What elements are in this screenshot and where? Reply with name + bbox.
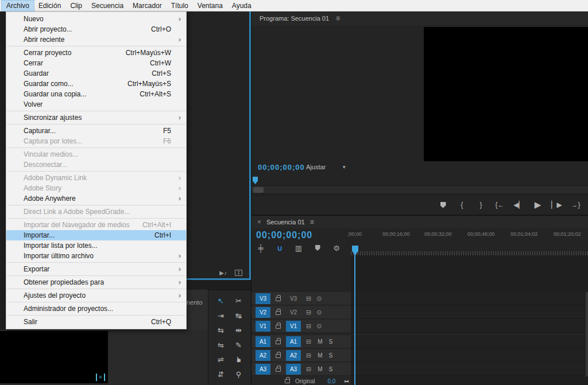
trim-tool-icon[interactable]: ⇵ — [212, 368, 230, 380]
step-forward-icon[interactable]: ▏▶ — [547, 198, 566, 212]
program-zoom-scrollbar[interactable] — [252, 185, 588, 194]
lock-icon[interactable] — [276, 354, 281, 358]
razor-tool-icon[interactable]: ✂ — [230, 295, 247, 307]
solo-button[interactable]: S — [329, 339, 333, 345]
sync-lock-icon[interactable]: ⊟ — [306, 295, 311, 302]
menu-item[interactable]: Adobe Story› — [6, 183, 186, 193]
target-track-badge[interactable]: V3 — [286, 293, 301, 304]
target-track-badge[interactable]: A1 — [286, 336, 301, 347]
timeline-track-lane[interactable] — [351, 349, 588, 362]
mark-out-icon[interactable]: } — [471, 198, 490, 212]
menu-item[interactable]: CerrarCtrl+W — [6, 58, 186, 68]
master-track-value[interactable]: 0,0 — [327, 378, 335, 384]
timeline-track-lane[interactable] — [351, 320, 588, 333]
timeline-timecode[interactable]: 00;00;00;00 — [256, 230, 312, 240]
rolling-edit-tool-icon[interactable]: ⇆ — [212, 324, 230, 336]
menu-item[interactable]: Obtener propiedades para› — [6, 277, 186, 287]
scrollbar-handle[interactable] — [253, 187, 264, 193]
sync-lock-icon[interactable]: ⊟ — [306, 322, 311, 330]
lock-icon[interactable] — [276, 325, 281, 329]
lock-icon[interactable] — [276, 297, 281, 301]
menu-item[interactable]: Capturar...F5 — [6, 126, 186, 136]
sync-lock-icon[interactable]: ⊟ — [306, 365, 311, 373]
mute-button[interactable]: M — [318, 366, 322, 372]
pen-tool-icon[interactable]: ✎ — [230, 339, 247, 351]
timeline-track-lane[interactable] — [351, 335, 588, 348]
eye-icon[interactable]: ⊙ — [316, 309, 322, 316]
wrench-icon[interactable]: ⚙ — [332, 243, 341, 252]
lock-icon[interactable] — [276, 368, 281, 372]
program-playhead-marker[interactable] — [253, 177, 258, 184]
step-back-icon[interactable]: ◀▏ — [509, 198, 528, 212]
timeline-track-lane[interactable] — [351, 306, 588, 319]
menu-item[interactable]: Guardar como...Ctrl+Mayús+S — [6, 79, 186, 89]
lock-icon[interactable] — [276, 340, 281, 344]
go-to-out-icon[interactable]: →} — [566, 198, 585, 212]
solo-button[interactable]: S — [329, 366, 333, 372]
project-item-thumbnail[interactable]: ≡ — [0, 331, 108, 383]
play-icon[interactable]: ▶ — [528, 198, 547, 212]
menu-item[interactable]: Sincronizar ajustes› — [6, 112, 186, 123]
target-track-badge[interactable]: A3 — [286, 364, 301, 375]
menu-item[interactable]: Importar del Navegador de mediosCtrl+Alt… — [6, 220, 186, 230]
timeline-track-area[interactable] — [351, 255, 588, 292]
menu-item[interactable]: Abrir proyecto...Ctrl+O — [6, 24, 186, 34]
menu-item[interactable]: SalirCtrl+Q — [6, 317, 186, 327]
slide-tool-icon[interactable]: ⇌ — [212, 353, 230, 365]
fit-sequence-icon[interactable]: ▸◂ — [345, 378, 347, 384]
solo-button[interactable]: S — [329, 352, 333, 359]
source-assign-badge[interactable]: A2 — [256, 350, 270, 361]
menu-item[interactable]: GuardarCtrl+S — [6, 68, 186, 79]
menubar-item-secuencia[interactable]: Secuencia — [87, 1, 128, 11]
lock-icon[interactable] — [276, 311, 281, 315]
program-timecode[interactable]: 00;00;00;00 — [258, 163, 305, 172]
sync-lock-icon[interactable]: ⊟ — [306, 352, 311, 359]
ripple-edit-tool-icon[interactable]: ↹ — [230, 310, 247, 322]
menubar-item-marcador[interactable]: Marcador — [128, 1, 167, 11]
menu-item[interactable]: Nuevo› — [6, 14, 186, 24]
timeline-track-lane[interactable] — [351, 363, 588, 376]
source-assign-badge[interactable]: A1 — [256, 336, 270, 347]
menubar-item-clip[interactable]: Clip — [65, 1, 87, 11]
menu-item[interactable]: Importar...Ctrl+I — [6, 230, 186, 240]
drag-audio-icon[interactable]: ▶♪ — [219, 270, 227, 276]
lock-icon[interactable] — [285, 379, 290, 383]
menu-item[interactable]: Importar último archivo› — [6, 251, 186, 261]
snap-magnet-icon[interactable]: ∪ — [275, 243, 284, 252]
menubar-item-ventana[interactable]: Ventana — [193, 1, 227, 11]
panel-menu-icon[interactable]: ≡ — [336, 14, 340, 22]
nest-toggle-icon[interactable]: ╪ — [256, 243, 265, 252]
menu-item[interactable]: Guardar una copia...Ctrl+Alt+S — [6, 89, 186, 99]
master-track-lane[interactable] — [351, 376, 588, 385]
menu-item[interactable]: Cerrar proyectoCtrl+Mayús+W — [6, 48, 186, 58]
sync-lock-icon[interactable]: ⊟ — [306, 338, 311, 345]
go-to-in-icon[interactable]: {← — [490, 198, 509, 212]
linked-selection-icon[interactable]: ▥ — [294, 243, 303, 252]
menu-item[interactable]: Direct Link a Adobe SpeedGrade... — [6, 207, 186, 217]
menu-item[interactable]: Administrador de proyectos... — [6, 304, 186, 314]
close-icon[interactable]: × — [257, 218, 261, 226]
target-track-badge[interactable]: A2 — [286, 350, 301, 361]
track-select-forward-tool-icon[interactable]: ⇥ — [212, 310, 230, 322]
sync-lock-icon[interactable]: ⊟ — [306, 309, 311, 316]
selection-tool-icon[interactable]: ↖ — [212, 295, 230, 307]
target-track-badge[interactable]: V2 — [286, 307, 301, 318]
source-assign-badge[interactable]: V2 — [256, 307, 270, 318]
timeline-track-lane[interactable] — [351, 292, 588, 305]
mute-button[interactable]: M — [318, 352, 322, 359]
mute-button[interactable]: M — [318, 339, 322, 345]
menu-item[interactable]: Vincular medios... — [6, 149, 186, 160]
source-assign-badge[interactable]: V1 — [256, 321, 270, 332]
menubar-item-ayuda[interactable]: Ayuda — [227, 1, 256, 11]
menubar-item-título[interactable]: Título — [167, 1, 193, 11]
menu-item[interactable]: Adobe Anywhere› — [6, 193, 186, 204]
zoom-tool-icon[interactable]: ⚲ — [230, 368, 247, 380]
menu-item[interactable]: Volver — [6, 99, 186, 110]
menu-item[interactable]: Exportar› — [6, 264, 186, 274]
mark-in-icon[interactable]: { — [452, 198, 471, 212]
hand-tool-icon[interactable]: ☛ — [233, 351, 245, 368]
add-marker-icon[interactable] — [313, 243, 322, 252]
menubar-item-edición[interactable]: Edición — [34, 1, 65, 11]
source-assign-badge[interactable]: V3 — [256, 293, 270, 304]
source-assign-badge[interactable]: A3 — [256, 364, 270, 375]
